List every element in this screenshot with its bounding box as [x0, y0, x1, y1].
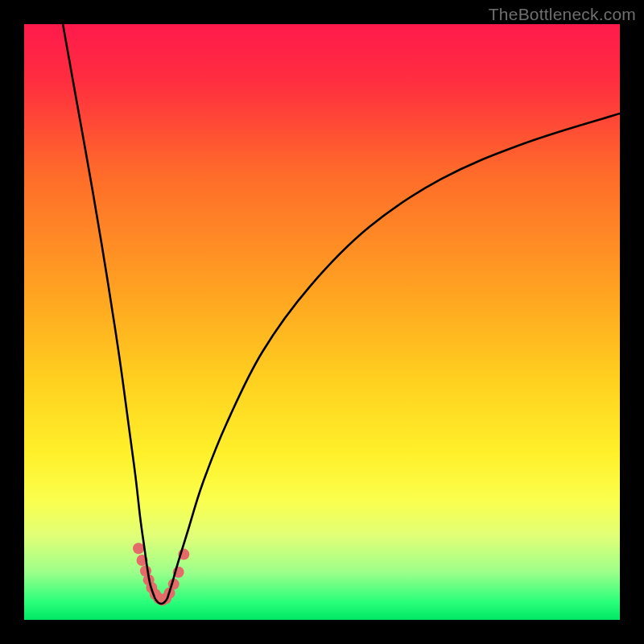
- valley-marker: [133, 543, 144, 554]
- bottleneck-chart: [24, 24, 620, 620]
- chart-frame: [24, 24, 620, 620]
- watermark-text: TheBottleneck.com: [489, 5, 636, 24]
